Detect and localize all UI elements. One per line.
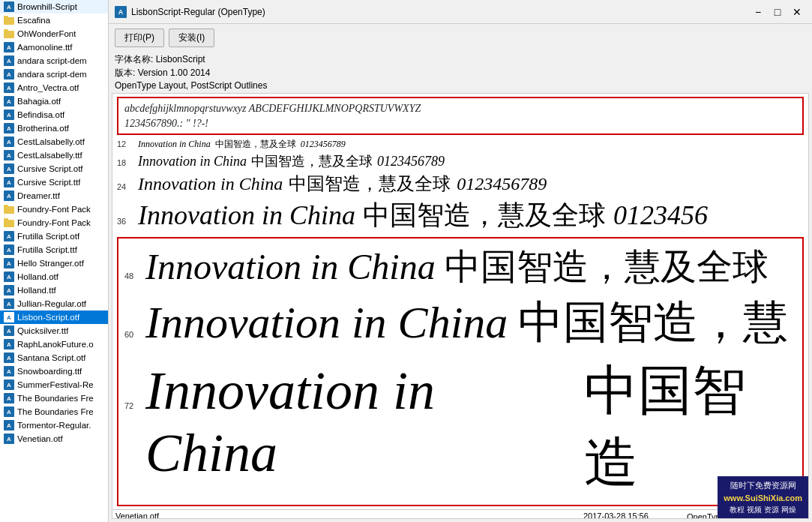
size-label-36: 36 [117, 217, 138, 226]
file-icon-16 [3, 217, 15, 229]
sidebar-item-23[interactable]: ALisbon-Script.otf [0, 310, 108, 324]
sidebar-item-8[interactable]: ABefindisa.otf [0, 108, 108, 122]
sidebar-item-32[interactable]: AVenetian.otf [0, 432, 108, 446]
file-icon-6: A [3, 82, 15, 94]
close-button[interactable]: ✕ [788, 4, 806, 20]
preview-scroll[interactable]: abcdefghijklmnopqrstuvwxyz ABCDEFGHIJKLM… [112, 94, 808, 518]
sidebar-item-6[interactable]: AAntro_Vectra.otf [0, 81, 108, 94]
sidebar-item-9[interactable]: ABrotherina.otf [0, 122, 108, 135]
sidebar-item-18[interactable]: AFrutilla Script.ttf [0, 243, 108, 256]
sidebar-item-label-5: andara script-dem [17, 70, 87, 79]
file-icon-27: A [3, 365, 15, 377]
sidebar-item-10[interactable]: ACestLalsabelly.otf [0, 135, 108, 148]
font-version: 版本: Version 1.00 2014 [115, 67, 806, 80]
file-icon-7: A [3, 95, 15, 107]
sidebar-item-13[interactable]: ACursive Script.ttf [0, 176, 108, 189]
file-sidebar[interactable]: ABrownhill-ScriptEscafinaOhWonderFontAAa… [0, 0, 109, 522]
file-icon-2 [3, 28, 15, 40]
file-icon-11: A [3, 149, 15, 161]
install-button[interactable]: 安装(I) [169, 28, 214, 47]
sidebar-item-label-9: Brotherina.otf [17, 124, 69, 133]
sidebar-item-24[interactable]: AQuicksilver.ttf [0, 324, 108, 338]
sidebar-item-30[interactable]: AThe Boundaries Fre [0, 405, 108, 418]
font-window-icon: A [115, 6, 127, 18]
sidebar-item-label-32: Venetian.otf [17, 434, 63, 443]
watermark-line3: 教程 视频 资源 网燥 [724, 504, 802, 515]
preview-area: abcdefghijklmnopqrstuvwxyz ABCDEFGHIJKLM… [112, 93, 809, 519]
size-row-36: 36 Innovation in China 中国智造，慧及全球 0123456 [117, 197, 804, 234]
font-preview-window: A LisbonScript-Regular (OpenType) − □ ✕ … [109, 0, 812, 522]
file-icon-5: A [3, 68, 15, 80]
size-label-24: 24 [117, 182, 138, 191]
sidebar-item-label-10: CestLalsabelly.otf [17, 137, 85, 146]
size-row-12: 12 Innovation in China 中国智造，慧及全球 0123456… [117, 138, 804, 151]
sidebar-item-label-12: Cursive Script.otf [17, 164, 83, 173]
sidebar-item-label-8: Befindisa.otf [17, 110, 64, 119]
sidebar-item-label-26: Santana Script.otf [17, 353, 85, 362]
sidebar-item-label-25: RaphLanokFuture.o [17, 340, 94, 349]
file-icon-0: A [3, 1, 15, 13]
sidebar-item-label-18: Frutilla Script.ttf [17, 245, 77, 254]
size-row-48: 48 Innovation in China 中国智造，慧及全球 [124, 243, 796, 291]
size-row-72: 72 Innovation in China 中国智造 [124, 355, 796, 499]
sidebar-item-15[interactable]: Foundry-Font Pack [0, 202, 108, 216]
preview-60-latin: Innovation in China [145, 297, 508, 349]
sidebar-item-29[interactable]: AThe Boundaries Fre [0, 392, 108, 405]
sidebar-item-label-14: Dreamer.ttf [17, 191, 60, 200]
sidebar-item-12[interactable]: ACursive Script.otf [0, 162, 108, 176]
font-info: 字体名称: LisbonScript 版本: Version 1.00 2014… [109, 52, 812, 93]
sidebar-item-5[interactable]: Aandara script-dem [0, 68, 108, 81]
watermark-site: www.SuiShiXia.com [724, 492, 802, 505]
preview-48-chinese: 中国智造，慧及全球 [445, 243, 769, 291]
sidebar-item-4[interactable]: Aandara script-dem [0, 54, 108, 68]
sidebar-item-31[interactable]: ATormentor-Regular. [0, 418, 108, 432]
bottom-file-name: Venetian.otf [115, 512, 577, 518]
svg-rect-3 [4, 29, 8, 32]
print-button[interactable]: 打印(P) [115, 28, 164, 47]
bottom-file-row: Venetian.otf 2017-03-28 15:56 OpenType 字… [112, 509, 808, 518]
font-type: OpenType Layout, PostScript Outlines [115, 80, 806, 91]
title-bar-left: A LisbonScript-Regular (OpenType) [115, 6, 265, 18]
sidebar-item-17[interactable]: AFrutilla Script.otf [0, 230, 108, 243]
sidebar-item-19[interactable]: AHello Stranger.otf [0, 256, 108, 270]
window-controls[interactable]: − □ ✕ [749, 4, 806, 20]
size-row-60: 60 Innovation in China 中国智造，慧 [124, 292, 796, 353]
sidebar-item-0[interactable]: ABrownhill-Script [0, 0, 108, 14]
watermark-line1: 随时下免费资源网 [724, 479, 802, 492]
sidebar-item-21[interactable]: AHolland.ttf [0, 284, 108, 297]
sidebar-item-26[interactable]: ASantana Script.otf [0, 351, 108, 364]
preview-12-latin: Innovation in China [138, 139, 211, 150]
sidebar-item-14[interactable]: ADreamer.ttf [0, 189, 108, 202]
title-bar: A LisbonScript-Regular (OpenType) − □ ✕ [109, 0, 812, 24]
file-icon-14: A [3, 190, 15, 202]
sidebar-item-20[interactable]: AHolland.otf [0, 270, 108, 284]
size-label-72: 72 [124, 401, 145, 410]
sidebar-item-7[interactable]: ABahagia.otf [0, 94, 108, 108]
sidebar-item-label-6: Antro_Vectra.otf [17, 83, 79, 92]
size-label-60: 60 [124, 330, 145, 339]
watermark: 随时下免费资源网 www.SuiShiXia.com 教程 视频 资源 网燥 [718, 476, 808, 518]
svg-rect-1 [4, 16, 8, 19]
sidebar-item-label-21: Holland.ttf [17, 286, 56, 295]
sidebar-item-label-13: Cursive Script.ttf [17, 178, 80, 187]
preview-18-numbers: 0123456789 [377, 154, 445, 170]
file-icon-8: A [3, 109, 15, 121]
sidebar-item-2[interactable]: OhWonderFont [0, 27, 108, 40]
sidebar-item-25[interactable]: ARaphLanokFuture.o [0, 338, 108, 351]
sidebar-item-27[interactable]: ASnowboarding.ttf [0, 364, 108, 378]
size-label-48: 48 [124, 272, 145, 280]
alphabet-sample-box: abcdefghijklmnopqrstuvwxyz ABCDEFGHIJKLM… [117, 97, 804, 135]
minimize-button[interactable]: − [749, 4, 767, 20]
svg-rect-7 [4, 218, 8, 221]
file-icon-26: A [3, 352, 15, 364]
sidebar-item-11[interactable]: ACestLalsabelly.ttf [0, 148, 108, 162]
sidebar-item-22[interactable]: AJullian-Regular.otf [0, 297, 108, 310]
sidebar-item-1[interactable]: Escafina [0, 14, 108, 27]
preview-36-latin: Innovation in China [138, 200, 355, 231]
file-icon-19: A [3, 257, 15, 269]
sidebar-item-16[interactable]: Foundry-Font Pack [0, 216, 108, 230]
sidebar-item-28[interactable]: ASummerFestival-Re [0, 378, 108, 392]
maximize-button[interactable]: □ [769, 4, 787, 20]
file-icon-17: A [3, 230, 15, 242]
sidebar-item-3[interactable]: AAamonoline.ttf [0, 40, 108, 54]
